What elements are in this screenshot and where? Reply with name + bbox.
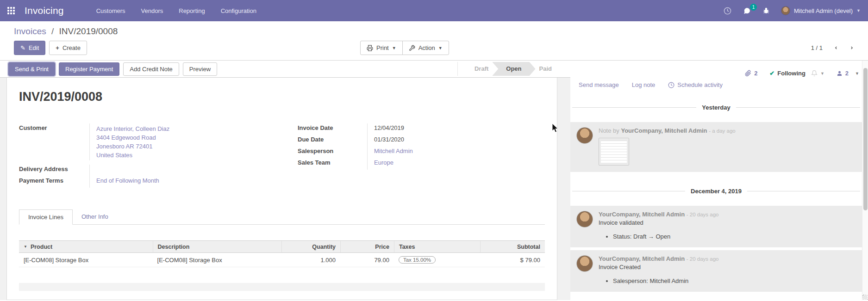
sales-team-value[interactable]: Europe [367,158,529,170]
chevron-down-icon[interactable]: ▼ [855,71,859,76]
customer-street: 3404 Edgewood Road [96,133,282,142]
resize-corner[interactable] [862,295,868,300]
cell-quantity[interactable]: 1.000 [281,253,340,267]
form-background: INV/2019/0008 Customer Azure Interior, C… [0,78,570,300]
log-note-link[interactable]: Log note [632,81,656,88]
nav-menus: Customers Vendors Reporting Configuratio… [95,5,257,17]
tab-invoice-lines[interactable]: Invoice Lines [19,209,73,225]
salesperson-label: Salesperson [298,147,367,158]
message-count-badge: 1 [750,4,757,11]
follower-person-icon [837,70,843,77]
form-statusbar: Send & Print Register Payment Add Credit… [0,61,570,78]
chatter-note: Note by YourCompany, Mitchell Admin - a … [570,122,862,172]
bell-icon[interactable] [811,70,818,77]
table-row[interactable]: [E-COM08] Storage Box [E-COM08] Storage … [19,253,545,267]
column-price[interactable]: Price [340,241,394,252]
activities-clock-icon[interactable] [724,7,731,15]
nav-item-reporting[interactable]: Reporting [178,5,206,17]
message-author[interactable]: YourCompany, Mitchell Admin [621,127,707,134]
tax-badge[interactable]: Tax 15.00% [399,256,436,264]
pencil-icon: ✎ [20,44,25,51]
cell-description[interactable]: [E-COM08] Storage Box [153,253,281,267]
avatar[interactable] [576,127,593,144]
apps-menu-icon[interactable] [7,7,15,15]
app-brand[interactable]: Invoicing [25,5,64,16]
status-step-open[interactable]: Open [492,62,535,76]
print-button[interactable]: Print ▼ [360,41,403,55]
invoice-sheet: INV/2019/0008 Customer Azure Interior, C… [6,78,557,300]
date-divider: December 4, 2019 [572,188,860,195]
wrench-icon [409,45,415,51]
clock-icon [668,82,674,88]
follower-count: 2 [845,70,849,77]
sales-team-label: Sales Team [298,158,367,170]
delivery-address-value[interactable] [89,165,282,176]
customer-country: United States [96,151,282,160]
nav-item-customers[interactable]: Customers [95,5,126,17]
add-credit-note-button[interactable]: Add Credit Note [123,62,179,76]
check-icon: ✔ [769,70,774,77]
nav-item-configuration[interactable]: Configuration [220,5,257,17]
edit-button[interactable]: ✎ Edit [14,41,45,55]
column-description[interactable]: Description [153,241,281,252]
attachment-count: 2 [754,70,757,77]
send-print-button[interactable]: Send & Print [8,62,55,76]
schedule-activity-link[interactable]: Schedule activity [668,81,723,88]
message-body: Invoice Created [599,264,856,270]
pager-previous-icon[interactable] [834,44,838,51]
salesperson-value[interactable]: Mitchell Admin [367,147,529,158]
column-product[interactable]: Product [31,244,52,250]
avatar[interactable] [576,255,593,272]
chevron-down-icon[interactable]: ▼ [820,71,824,76]
message-author[interactable]: YourCompany, Mitchell Admin [599,211,685,218]
following-button[interactable]: ✔ Following ▼ [769,70,824,77]
avatar[interactable] [576,211,593,227]
sort-caret-icon[interactable]: ▼ [24,245,27,249]
column-subtotal[interactable]: Subtotal [480,241,545,252]
breadcrumb-invoices-link[interactable]: Invoices [14,26,46,36]
note-prefix: Note by [599,127,619,134]
messages-bubble-icon[interactable]: 1 [743,7,751,15]
create-button[interactable]: + Create [49,41,87,55]
cell-price[interactable]: 79.00 [340,253,394,267]
breadcrumb-current: INV/2019/0008 [59,26,118,36]
user-menu[interactable]: Mitchell Admin (devel) ▼ [781,6,861,15]
customer-name-link[interactable]: Azure Interior, Colleen Diaz [96,124,282,133]
plus-icon: + [56,44,59,51]
tab-other-info[interactable]: Other Info [73,209,117,225]
breadcrumb: Invoices / INV/2019/0008 [14,26,854,37]
invoice-lines-table: ▼ Product Description Quantity Price Tax… [19,240,545,300]
message-author[interactable]: YourCompany, Mitchell Admin [599,255,685,262]
divider-label: Yesterday [702,104,730,111]
user-name: Mitchell Admin (devel) [794,7,853,14]
send-message-link[interactable]: Send message [579,81,619,88]
message-body: Invoice validated [599,219,856,226]
preview-button[interactable]: Preview [183,62,217,76]
followers-button[interactable]: 2 ▼ [837,70,859,77]
top-navbar: Invoicing Customers Vendors Reporting Co… [0,0,868,21]
bug-icon[interactable] [762,7,770,14]
register-payment-button[interactable]: Register Payment [59,62,119,76]
vertical-scrollbar[interactable] [862,61,868,300]
action-button[interactable]: Action ▼ [402,41,449,55]
cell-subtotal[interactable]: $ 79.00 [480,253,545,267]
cell-product[interactable]: [E-COM08] Storage Box [19,253,153,267]
attachment-thumbnail[interactable] [599,138,629,166]
status-step-draft[interactable]: Draft [464,62,499,76]
payment-terms-label: Payment Terms [19,176,89,188]
column-quantity[interactable]: Quantity [281,241,340,252]
pager-next-icon[interactable] [849,44,854,51]
status-steps: Draft Open Paid [457,62,562,76]
control-panel: Invoices / INV/2019/0008 ✎ Edit + Create… [0,21,868,61]
empty-row-stripe [19,283,545,291]
user-avatar [781,6,790,15]
payment-terms-value[interactable]: End of Following Month [89,176,282,188]
nav-item-vendors[interactable]: Vendors [140,5,164,17]
chatter-panel: 2 ✔ Following ▼ 2 ▼ Send message Log not… [570,61,868,300]
invoice-title: INV/2019/0008 [19,90,545,104]
column-taxes[interactable]: Taxes [394,241,480,252]
scrollbar-thumb[interactable] [863,68,868,210]
attachments-button[interactable]: 2 [745,70,757,77]
printer-icon [367,45,373,51]
chatter-message: YourCompany, Mitchell Admin - 20 days ag… [570,206,862,247]
